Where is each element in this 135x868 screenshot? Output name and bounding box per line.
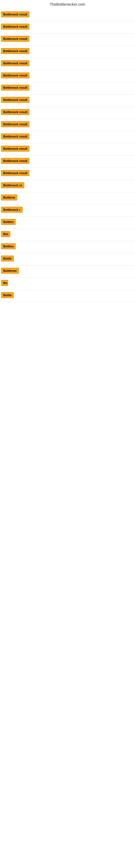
list-item[interactable]: Bottleneck result <box>0 95 135 107</box>
bottleneck-result-badge[interactable]: Bottleneck result <box>1 72 30 79</box>
bottleneck-result-badge[interactable]: Bottleneck result <box>1 97 30 103</box>
list-item[interactable]: Bottleneck re <box>0 180 135 192</box>
list-item[interactable]: Bottleneck result <box>0 22 135 34</box>
bottleneck-result-badge[interactable]: Bottleneck result <box>1 60 30 66</box>
bottleneck-result-badge[interactable]: Bottleneck result <box>1 170 30 176</box>
bottleneck-result-badge[interactable]: Bottle <box>1 292 14 298</box>
bottleneck-result-badge[interactable]: Bo <box>1 280 8 286</box>
list-item[interactable]: Bottleneck r <box>0 205 135 217</box>
list-item[interactable]: Bottleneck result <box>0 83 135 95</box>
bottleneck-result-badge[interactable]: Bottleneck re <box>1 182 24 188</box>
bottleneck-result-badge[interactable]: Bottleneck result <box>1 85 30 91</box>
bottleneck-result-badge[interactable]: Bottleneck result <box>1 109 30 115</box>
list-item[interactable]: Bottlen <box>0 217 135 229</box>
bottleneck-result-badge[interactable]: Bottleneck result <box>1 48 30 54</box>
bottleneck-result-badge[interactable]: Bottleneck result <box>1 36 30 42</box>
list-item[interactable]: Bottleneck result <box>0 46 135 58</box>
bottleneck-result-badge[interactable]: Bottleneck result <box>1 133 30 140</box>
bottleneck-result-badge[interactable]: Bottleneck result <box>1 24 30 30</box>
bottleneck-result-badge[interactable]: Bottleneck result <box>1 11 30 18</box>
bottleneck-result-badge[interactable]: Bottleneck result <box>1 146 30 152</box>
list-item[interactable]: Bot <box>0 229 135 241</box>
site-header: TheBottlenecker.com <box>0 0 135 9</box>
results-list: Bottleneck resultBottleneck resultBottle… <box>0 9 135 302</box>
list-item[interactable]: Bottleneck result <box>0 70 135 83</box>
list-item[interactable]: Bottle <box>0 290 135 302</box>
list-item[interactable]: Bottleneck result <box>0 144 135 156</box>
list-item[interactable]: Bottleneck result <box>0 168 135 180</box>
list-item[interactable]: Bottlen <box>0 241 135 253</box>
bottleneck-result-badge[interactable]: Bottle <box>1 255 14 261</box>
list-item[interactable]: Bottlenec <box>0 266 135 278</box>
list-item[interactable]: Bottleneck result <box>0 9 135 22</box>
bottleneck-result-badge[interactable]: Bottlen <box>1 219 16 225</box>
bottleneck-result-badge[interactable]: Bottleneck r <box>1 207 23 213</box>
bottleneck-result-badge[interactable]: Bottlene <box>1 194 17 200</box>
bottleneck-result-badge[interactable]: Bottlenec <box>1 268 19 274</box>
list-item[interactable]: Bo <box>0 278 135 290</box>
list-item[interactable]: Bottleneck result <box>0 107 135 119</box>
list-item[interactable]: Bottle <box>0 253 135 266</box>
list-item[interactable]: Bottleneck result <box>0 58 135 70</box>
bottleneck-result-badge[interactable]: Bottlen <box>1 243 16 249</box>
bottleneck-result-badge[interactable]: Bottleneck result <box>1 158 30 164</box>
list-item[interactable]: Bottleneck result <box>0 156 135 168</box>
list-item[interactable]: Bottleneck result <box>0 34 135 46</box>
list-item[interactable]: Bottleneck result <box>0 119 135 131</box>
list-item[interactable]: Bottlene <box>0 192 135 205</box>
bottleneck-result-badge[interactable]: Bottleneck result <box>1 121 30 127</box>
list-item[interactable]: Bottleneck result <box>0 131 135 144</box>
bottleneck-result-badge[interactable]: Bot <box>1 231 10 237</box>
